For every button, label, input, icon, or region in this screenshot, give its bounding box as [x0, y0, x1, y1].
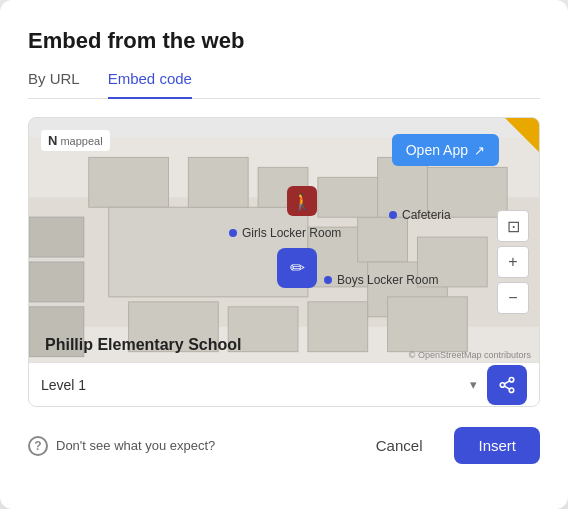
external-link-icon: ↗: [474, 143, 485, 158]
school-label: Phillip Elementary School: [45, 336, 242, 354]
zoom-out-button[interactable]: −: [497, 282, 529, 314]
edit-button[interactable]: ✏: [277, 248, 317, 288]
map-container: N mappeal Open App ↗ 🚶 Girls Locker Room…: [28, 117, 540, 407]
share-icon: [498, 376, 516, 394]
help-text: Don't see what you expect?: [56, 438, 215, 453]
girls-locker-dot: [229, 229, 237, 237]
map-bottom-bar: Level 1 ▾: [29, 362, 539, 406]
map-controls: ⊡ + −: [497, 210, 529, 314]
svg-rect-18: [29, 262, 84, 302]
girls-locker-room-point: Girls Locker Room: [229, 226, 341, 240]
help-icon: ?: [28, 436, 48, 456]
dialog-title: Embed from the web: [28, 28, 540, 54]
svg-rect-16: [388, 297, 468, 352]
tab-bar: By URL Embed code: [28, 70, 540, 99]
logo-text: mappeal: [60, 135, 102, 147]
dialog-footer: ? Don't see what you expect? Cancel Inse…: [28, 427, 540, 464]
pencil-icon: ✏: [290, 257, 305, 279]
boys-locker-label: Boys Locker Room: [337, 273, 438, 287]
level-label: Level 1: [41, 377, 470, 393]
svg-rect-5: [358, 217, 408, 262]
help-link[interactable]: ? Don't see what you expect?: [28, 436, 215, 456]
layers-button[interactable]: ⊡: [497, 210, 529, 242]
cafeteria-label: Cafeteria: [402, 208, 451, 222]
boys-locker-room-point: Boys Locker Room: [324, 273, 438, 287]
plus-icon: +: [508, 253, 517, 271]
minus-icon: −: [508, 289, 517, 307]
layers-icon: ⊡: [507, 217, 520, 236]
svg-rect-10: [318, 177, 378, 217]
tab-embed-code[interactable]: Embed code: [108, 70, 192, 99]
tab-by-url[interactable]: By URL: [28, 70, 80, 99]
level-chevron-icon: ▾: [470, 377, 477, 392]
cafeteria-point: Cafeteria: [389, 208, 451, 222]
logo-badge: N mappeal: [41, 130, 110, 151]
open-app-label: Open App: [406, 142, 468, 158]
insert-button[interactable]: Insert: [454, 427, 540, 464]
svg-line-24: [504, 380, 509, 383]
marker-icon: 🚶: [292, 192, 312, 211]
girls-locker-label: Girls Locker Room: [242, 226, 341, 240]
red-marker: 🚶: [287, 186, 317, 216]
map-attribution: © OpenStreetMap contributors: [409, 350, 531, 360]
embed-dialog: Embed from the web By URL Embed code: [0, 0, 568, 509]
footer-buttons: Cancel Insert: [356, 427, 540, 464]
svg-rect-15: [308, 302, 368, 352]
logo-n-letter: N: [48, 133, 57, 148]
cancel-button[interactable]: Cancel: [356, 427, 443, 464]
zoom-in-button[interactable]: +: [497, 246, 529, 278]
svg-rect-17: [29, 217, 84, 257]
cafeteria-dot: [389, 211, 397, 219]
svg-rect-8: [188, 157, 248, 207]
svg-line-23: [504, 386, 509, 389]
boys-locker-dot: [324, 276, 332, 284]
share-button[interactable]: [487, 365, 527, 405]
svg-rect-2: [89, 157, 169, 207]
open-app-button[interactable]: Open App ↗: [392, 134, 499, 166]
